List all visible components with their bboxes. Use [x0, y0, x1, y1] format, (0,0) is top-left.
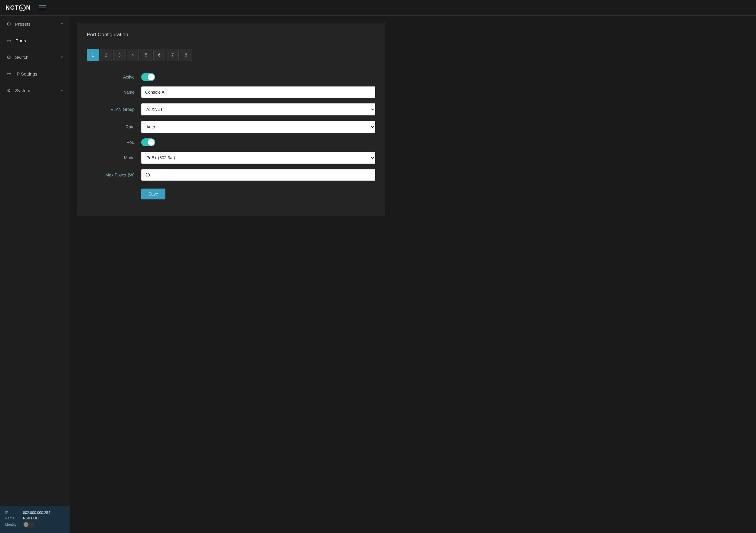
- poe-toggle-wrap: [141, 139, 375, 146]
- presets-icon: ⚙: [7, 21, 11, 27]
- sidebar-item-switch[interactable]: ⚙ Switch ▾: [0, 49, 69, 65]
- active-label: Active: [87, 75, 141, 80]
- port-tabs: 1 2 3 4 5 6 7 8: [87, 49, 375, 61]
- rate-select[interactable]: Auto 10 Mbps 100 Mbps 1 Gbps: [141, 121, 375, 133]
- poe-toggle-knob: [148, 139, 154, 146]
- sidebar-item-ports-label: Ports: [15, 38, 63, 43]
- max-power-input[interactable]: [141, 169, 375, 181]
- port-tab-6[interactable]: 6: [153, 49, 165, 61]
- active-row: Active: [87, 73, 375, 81]
- mode-control: PoE+ (802.3at) PoE (802.3af) Passive: [141, 152, 375, 164]
- topbar: NCT⊙N: [0, 0, 756, 16]
- sidebar-item-presets-label: Presets: [15, 21, 57, 27]
- active-toggle[interactable]: [141, 73, 155, 81]
- system-chevron: ▾: [61, 89, 63, 92]
- vlan-control: A: XNET B: XNET C: XNET: [141, 103, 375, 115]
- poe-toggle[interactable]: [141, 139, 155, 146]
- port-tab-5[interactable]: 5: [140, 49, 152, 61]
- sidebar-item-ip-label: IP Settings: [15, 71, 63, 76]
- port-tab-4[interactable]: 4: [127, 49, 139, 61]
- name-label: Name: [87, 90, 141, 94]
- main-content: Port Configuration 1 2 3 4 5 6 7 8 Activ…: [69, 16, 756, 533]
- sidebar-footer: IP 002.000.000.254 Name NS8 FOH Identify: [0, 506, 69, 533]
- port-tab-7[interactable]: 7: [167, 49, 179, 61]
- rate-control: Auto 10 Mbps 100 Mbps 1 Gbps: [141, 121, 375, 133]
- vlan-select[interactable]: A: XNET B: XNET C: XNET: [141, 103, 375, 115]
- sidebar-item-ip-settings[interactable]: ▭ IP Settings: [0, 65, 69, 82]
- save-control: Save: [141, 186, 375, 199]
- port-tab-8[interactable]: 8: [180, 49, 192, 61]
- layout: ⚙ Presets ▾ ▭ Ports ⚙ Switch ▾ ▭ IP Sett…: [0, 16, 756, 533]
- card-title: Port Configuration: [87, 32, 375, 42]
- footer-ip-value: 002.000.000.254: [23, 511, 50, 515]
- logo: NCT⊙N: [6, 4, 31, 12]
- logo-text: NCT⊙N: [6, 4, 31, 12]
- mode-select[interactable]: PoE+ (802.3at) PoE (802.3af) Passive: [141, 152, 375, 164]
- port-tab-1[interactable]: 1: [87, 49, 99, 61]
- sidebar-nav: ⚙ Presets ▾ ▭ Ports ⚙ Switch ▾ ▭ IP Sett…: [0, 16, 69, 506]
- footer-ip-label: IP: [5, 511, 20, 515]
- vlan-label: VLAN Group: [87, 107, 141, 112]
- max-power-row: Max Power (W): [87, 169, 375, 181]
- hamburger-menu[interactable]: [39, 6, 46, 10]
- footer-name-row: Name NS8 FOH: [5, 516, 65, 520]
- save-row: Save: [87, 186, 375, 199]
- footer-identify-row: Identify: [5, 521, 65, 527]
- active-toggle-knob: [148, 74, 154, 80]
- sidebar-item-presets[interactable]: ⚙ Presets ▾: [0, 16, 69, 32]
- presets-chevron: ▾: [61, 22, 63, 26]
- system-icon: ⚙: [7, 88, 11, 93]
- mode-row: Mode PoE+ (802.3at) PoE (802.3af) Passiv…: [87, 152, 375, 164]
- vlan-row: VLAN Group A: XNET B: XNET C: XNET: [87, 103, 375, 115]
- name-row: Name: [87, 87, 375, 98]
- sidebar: ⚙ Presets ▾ ▭ Ports ⚙ Switch ▾ ▭ IP Sett…: [0, 16, 69, 533]
- save-button[interactable]: Save: [141, 189, 165, 199]
- switch-chevron: ▾: [61, 55, 63, 59]
- sidebar-item-system[interactable]: ⚙ System ▾: [0, 82, 69, 99]
- port-tab-3[interactable]: 3: [113, 49, 125, 61]
- identify-toggle-knob: [24, 522, 28, 527]
- mode-label: Mode: [87, 155, 141, 160]
- rate-row: Rate Auto 10 Mbps 100 Mbps 1 Gbps: [87, 121, 375, 133]
- name-input[interactable]: [141, 87, 375, 98]
- footer-name-value: NS8 FOH: [23, 516, 39, 520]
- footer-ip-row: IP 002.000.000.254: [5, 511, 65, 515]
- poe-label: PoE: [87, 140, 141, 145]
- active-toggle-wrap: [141, 73, 375, 81]
- poe-row: PoE: [87, 139, 375, 146]
- footer-name-label: Name: [5, 516, 20, 520]
- rate-label: Rate: [87, 124, 141, 129]
- port-tab-2[interactable]: 2: [100, 49, 112, 61]
- sidebar-item-system-label: System: [15, 88, 57, 93]
- name-control: [141, 87, 375, 98]
- max-power-control: [141, 169, 375, 181]
- switch-icon: ⚙: [7, 54, 11, 60]
- sidebar-item-ports[interactable]: ▭ Ports: [0, 32, 69, 49]
- port-config-card: Port Configuration 1 2 3 4 5 6 7 8 Activ…: [77, 23, 385, 216]
- max-power-label: Max Power (W): [87, 172, 141, 177]
- ip-settings-icon: ▭: [7, 71, 11, 77]
- identify-toggle[interactable]: [23, 521, 35, 527]
- ports-icon: ▭: [7, 38, 11, 43]
- footer-identify-label: Identify: [5, 522, 20, 527]
- sidebar-item-switch-label: Switch: [15, 55, 57, 60]
